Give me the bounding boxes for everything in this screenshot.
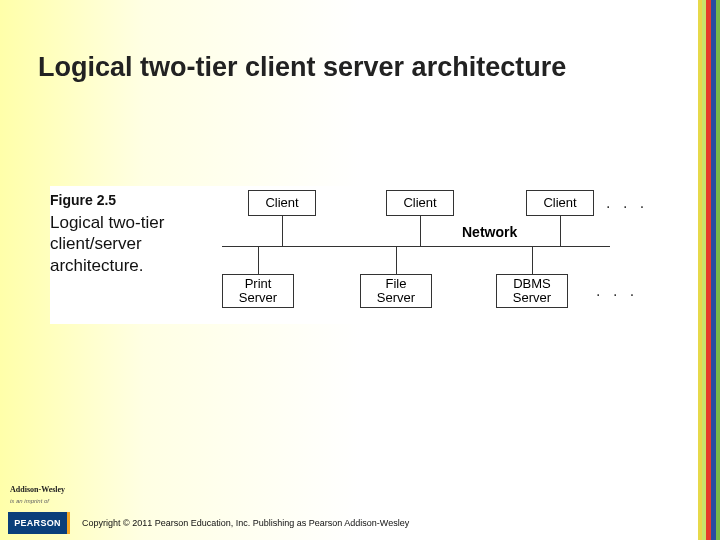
client-box: Client [526, 190, 594, 216]
network-bus-line [222, 246, 610, 247]
publisher-badge: PEARSON [8, 512, 70, 534]
client-box: Client [386, 190, 454, 216]
connector-line [258, 246, 259, 274]
client-box: Client [248, 190, 316, 216]
connector-line [532, 246, 533, 274]
figure-description: Logical two-tier client/server architect… [50, 212, 200, 276]
side-decoration [698, 0, 720, 540]
network-label: Network [462, 224, 517, 240]
architecture-diagram: Client Client Client . . . Network Print… [200, 186, 684, 324]
connector-line [396, 246, 397, 274]
copyright-text: Copyright © 2011 Pearson Education, Inc.… [82, 518, 409, 528]
figure-panel: Figure 2.5 Logical two-tier client/serve… [50, 186, 684, 324]
connector-line [420, 216, 421, 246]
figure-caption: Figure 2.5 Logical two-tier client/serve… [50, 186, 200, 324]
server-box-print: PrintServer [222, 274, 294, 308]
slide-title: Logical two-tier client server architect… [38, 52, 566, 83]
server-box-file: FileServer [360, 274, 432, 308]
connector-line [282, 216, 283, 246]
figure-number: Figure 2.5 [50, 192, 200, 208]
connector-line [560, 216, 561, 246]
ellipsis-icon: . . . [596, 282, 638, 300]
ellipsis-icon: . . . [606, 194, 648, 212]
imprint-subtext: is an imprint of [10, 498, 49, 504]
server-box-dbms: DBMSServer [496, 274, 568, 308]
imprint-name: Addison-Wesley [10, 485, 65, 494]
